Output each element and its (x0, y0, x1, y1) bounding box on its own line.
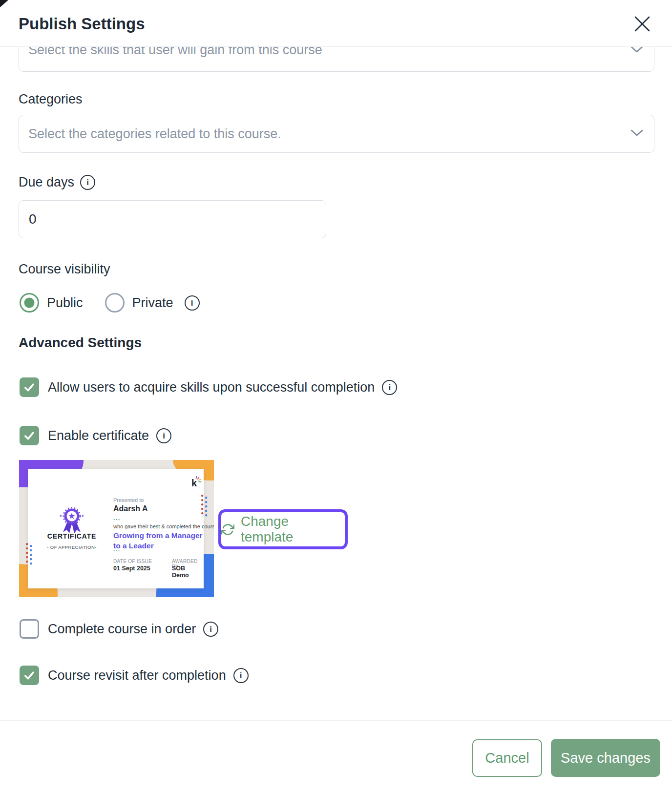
brand-logo-icon: k (189, 475, 204, 488)
certificate-description: who gave their best & completed the cour… (113, 523, 214, 529)
chevron-down-icon (630, 129, 643, 138)
modal-title: Publish Settings (19, 15, 145, 33)
date-of-issue-value: 01 Sept 2025 (113, 565, 150, 572)
cancel-button[interactable]: Cancel (472, 739, 542, 777)
checkbox-checked[interactable] (20, 666, 39, 685)
visibility-option-label: Public (47, 295, 83, 311)
course-visibility-options: Public Private i (20, 293, 200, 313)
complete-in-order-label: Complete course in order (48, 622, 196, 637)
due-days-header: Due days i (19, 175, 95, 190)
certificate-card: k CERTIFICATE - OF APPRECIATION- (28, 469, 204, 588)
check-icon (23, 429, 36, 442)
info-icon[interactable]: i (203, 622, 218, 637)
change-template-button[interactable]: Change template (218, 509, 348, 549)
ellipsis-text: ... (113, 546, 121, 553)
svg-text:k: k (191, 478, 197, 488)
save-changes-button[interactable]: Save changes (551, 739, 660, 777)
enable-certificate-label: Enable certificate (48, 428, 149, 443)
info-icon[interactable]: i (233, 668, 249, 683)
publish-settings-modal: Select the skills that user will gain fr… (0, 0, 672, 793)
visibility-option-public[interactable]: Public (20, 293, 83, 313)
checkbox-unchecked[interactable] (20, 619, 39, 639)
awarded-by-value: SOB Demo (172, 565, 204, 579)
info-icon[interactable]: i (80, 175, 95, 190)
change-template-label: Change template (241, 514, 345, 545)
refresh-icon (221, 523, 234, 536)
dot-pattern (26, 543, 33, 565)
certificate-subtitle: - OF APPRECIATION- (33, 544, 111, 550)
due-days-input[interactable]: 0 (19, 200, 326, 238)
course-revisit-row: Course revisit after completion i (20, 666, 249, 685)
check-icon (23, 381, 36, 394)
acquire-skills-label: Allow users to acquire skills upon succe… (48, 380, 375, 395)
certificate-preview: k CERTIFICATE - OF APPRECIATION- (19, 460, 214, 597)
categories-select[interactable]: Select the categories related to this co… (19, 115, 654, 153)
date-of-issue-label: DATE OF ISSUE (113, 559, 152, 564)
radio-selected-icon[interactable] (20, 293, 39, 313)
due-days-label: Due days (19, 175, 74, 190)
visibility-option-label: Private (132, 295, 173, 311)
close-icon[interactable] (633, 15, 651, 33)
acquire-skills-row: Allow users to acquire skills upon succe… (20, 377, 397, 397)
course-title: Growing from a Manager to a Leader (113, 530, 206, 551)
modal-header: Publish Settings (0, 0, 672, 47)
ellipsis-text: ... (113, 515, 121, 522)
info-icon[interactable]: i (382, 380, 397, 395)
categories-placeholder: Select the categories related to this co… (19, 126, 281, 142)
dot-pattern (201, 495, 209, 517)
chevron-down-icon (630, 46, 643, 55)
radio-unselected-icon[interactable] (105, 293, 125, 313)
certificate-title: CERTIFICATE (33, 532, 111, 540)
page-corner-artifact (0, 0, 8, 7)
due-days-value: 0 (19, 211, 37, 227)
medal-icon (56, 506, 87, 534)
course-revisit-label: Course revisit after completion (48, 668, 226, 683)
checkbox-checked[interactable] (20, 426, 39, 445)
complete-in-order-row: Complete course in order i (20, 619, 218, 639)
enable-certificate-row: Enable certificate i (20, 426, 171, 445)
checkbox-checked[interactable] (20, 377, 39, 397)
advanced-settings-heading: Advanced Settings (19, 335, 142, 351)
modal-footer: Cancel Save changes (0, 720, 672, 793)
info-icon[interactable]: i (185, 295, 200, 311)
visibility-option-private[interactable]: Private (105, 293, 173, 313)
info-icon[interactable]: i (156, 428, 171, 443)
course-visibility-label: Course visibility (19, 262, 110, 277)
recipient-name: Adarsh A (113, 504, 148, 513)
check-icon (23, 669, 36, 682)
presented-to-label: Presented to (113, 497, 144, 503)
categories-label: Categories (19, 92, 83, 107)
